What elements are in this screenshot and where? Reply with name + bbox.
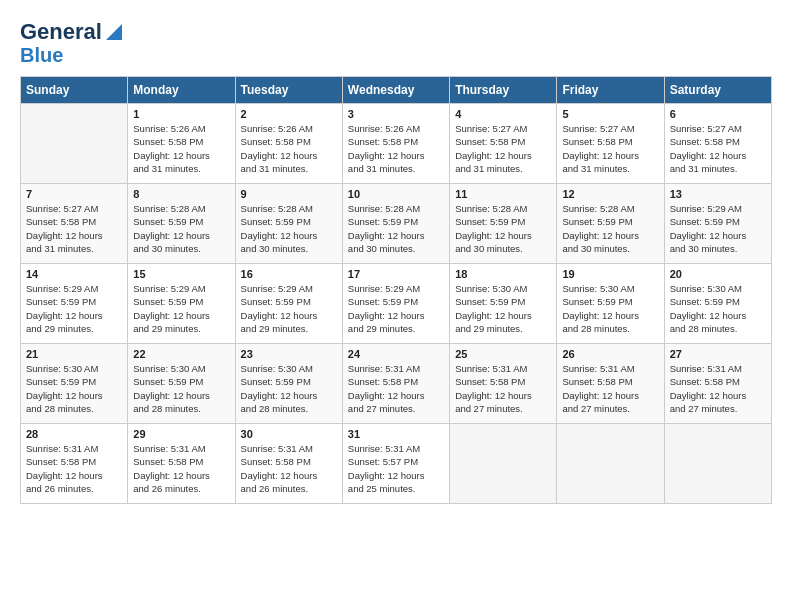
calendar-cell: 29Sunrise: 5:31 AM Sunset: 5:58 PM Dayli… (128, 424, 235, 504)
day-number: 5 (562, 108, 658, 120)
logo: General Blue (20, 20, 124, 66)
day-info: Sunrise: 5:29 AM Sunset: 5:59 PM Dayligh… (348, 282, 444, 335)
calendar-cell: 25Sunrise: 5:31 AM Sunset: 5:58 PM Dayli… (450, 344, 557, 424)
day-info: Sunrise: 5:27 AM Sunset: 5:58 PM Dayligh… (455, 122, 551, 175)
calendar-cell: 13Sunrise: 5:29 AM Sunset: 5:59 PM Dayli… (664, 184, 771, 264)
day-number: 29 (133, 428, 229, 440)
day-number: 11 (455, 188, 551, 200)
calendar-cell: 8Sunrise: 5:28 AM Sunset: 5:59 PM Daylig… (128, 184, 235, 264)
calendar-table: SundayMondayTuesdayWednesdayThursdayFrid… (20, 76, 772, 504)
calendar-cell: 30Sunrise: 5:31 AM Sunset: 5:58 PM Dayli… (235, 424, 342, 504)
day-number: 17 (348, 268, 444, 280)
calendar-cell: 31Sunrise: 5:31 AM Sunset: 5:57 PM Dayli… (342, 424, 449, 504)
day-info: Sunrise: 5:30 AM Sunset: 5:59 PM Dayligh… (670, 282, 766, 335)
calendar-cell: 18Sunrise: 5:30 AM Sunset: 5:59 PM Dayli… (450, 264, 557, 344)
calendar-cell: 5Sunrise: 5:27 AM Sunset: 5:58 PM Daylig… (557, 104, 664, 184)
day-number: 2 (241, 108, 337, 120)
calendar-cell: 1Sunrise: 5:26 AM Sunset: 5:58 PM Daylig… (128, 104, 235, 184)
day-number: 8 (133, 188, 229, 200)
day-info: Sunrise: 5:30 AM Sunset: 5:59 PM Dayligh… (562, 282, 658, 335)
calendar-cell: 12Sunrise: 5:28 AM Sunset: 5:59 PM Dayli… (557, 184, 664, 264)
day-number: 12 (562, 188, 658, 200)
day-number: 26 (562, 348, 658, 360)
day-info: Sunrise: 5:31 AM Sunset: 5:58 PM Dayligh… (562, 362, 658, 415)
day-info: Sunrise: 5:30 AM Sunset: 5:59 PM Dayligh… (26, 362, 122, 415)
day-number: 22 (133, 348, 229, 360)
day-info: Sunrise: 5:30 AM Sunset: 5:59 PM Dayligh… (241, 362, 337, 415)
day-info: Sunrise: 5:31 AM Sunset: 5:58 PM Dayligh… (348, 362, 444, 415)
calendar-cell (664, 424, 771, 504)
calendar-cell: 23Sunrise: 5:30 AM Sunset: 5:59 PM Dayli… (235, 344, 342, 424)
calendar-cell (450, 424, 557, 504)
logo-blue-text: Blue (20, 44, 63, 66)
calendar-cell: 16Sunrise: 5:29 AM Sunset: 5:59 PM Dayli… (235, 264, 342, 344)
day-info: Sunrise: 5:31 AM Sunset: 5:58 PM Dayligh… (455, 362, 551, 415)
calendar-cell: 26Sunrise: 5:31 AM Sunset: 5:58 PM Dayli… (557, 344, 664, 424)
calendar-cell: 22Sunrise: 5:30 AM Sunset: 5:59 PM Dayli… (128, 344, 235, 424)
calendar-cell: 11Sunrise: 5:28 AM Sunset: 5:59 PM Dayli… (450, 184, 557, 264)
calendar-cell: 19Sunrise: 5:30 AM Sunset: 5:59 PM Dayli… (557, 264, 664, 344)
day-info: Sunrise: 5:29 AM Sunset: 5:59 PM Dayligh… (670, 202, 766, 255)
day-header-tuesday: Tuesday (235, 77, 342, 104)
day-info: Sunrise: 5:28 AM Sunset: 5:59 PM Dayligh… (241, 202, 337, 255)
day-header-thursday: Thursday (450, 77, 557, 104)
day-info: Sunrise: 5:27 AM Sunset: 5:58 PM Dayligh… (670, 122, 766, 175)
day-info: Sunrise: 5:29 AM Sunset: 5:59 PM Dayligh… (241, 282, 337, 335)
calendar-cell: 7Sunrise: 5:27 AM Sunset: 5:58 PM Daylig… (21, 184, 128, 264)
day-info: Sunrise: 5:28 AM Sunset: 5:59 PM Dayligh… (348, 202, 444, 255)
day-info: Sunrise: 5:31 AM Sunset: 5:57 PM Dayligh… (348, 442, 444, 495)
calendar-cell: 17Sunrise: 5:29 AM Sunset: 5:59 PM Dayli… (342, 264, 449, 344)
calendar-cell: 6Sunrise: 5:27 AM Sunset: 5:58 PM Daylig… (664, 104, 771, 184)
calendar-cell: 2Sunrise: 5:26 AM Sunset: 5:58 PM Daylig… (235, 104, 342, 184)
day-header-friday: Friday (557, 77, 664, 104)
calendar-cell (21, 104, 128, 184)
day-number: 14 (26, 268, 122, 280)
calendar-header-row: SundayMondayTuesdayWednesdayThursdayFrid… (21, 77, 772, 104)
day-number: 4 (455, 108, 551, 120)
day-info: Sunrise: 5:28 AM Sunset: 5:59 PM Dayligh… (133, 202, 229, 255)
calendar-cell: 14Sunrise: 5:29 AM Sunset: 5:59 PM Dayli… (21, 264, 128, 344)
day-header-wednesday: Wednesday (342, 77, 449, 104)
day-number: 10 (348, 188, 444, 200)
svg-marker-0 (106, 24, 122, 40)
day-number: 18 (455, 268, 551, 280)
day-info: Sunrise: 5:26 AM Sunset: 5:58 PM Dayligh… (133, 122, 229, 175)
calendar-cell: 20Sunrise: 5:30 AM Sunset: 5:59 PM Dayli… (664, 264, 771, 344)
day-info: Sunrise: 5:27 AM Sunset: 5:58 PM Dayligh… (26, 202, 122, 255)
calendar-week-row: 14Sunrise: 5:29 AM Sunset: 5:59 PM Dayli… (21, 264, 772, 344)
day-info: Sunrise: 5:31 AM Sunset: 5:58 PM Dayligh… (133, 442, 229, 495)
day-info: Sunrise: 5:31 AM Sunset: 5:58 PM Dayligh… (241, 442, 337, 495)
day-header-monday: Monday (128, 77, 235, 104)
calendar-cell: 27Sunrise: 5:31 AM Sunset: 5:58 PM Dayli… (664, 344, 771, 424)
day-info: Sunrise: 5:30 AM Sunset: 5:59 PM Dayligh… (133, 362, 229, 415)
day-header-sunday: Sunday (21, 77, 128, 104)
day-number: 24 (348, 348, 444, 360)
page-header: General Blue (20, 20, 772, 66)
day-number: 31 (348, 428, 444, 440)
day-number: 20 (670, 268, 766, 280)
calendar-cell (557, 424, 664, 504)
day-number: 16 (241, 268, 337, 280)
calendar-week-row: 21Sunrise: 5:30 AM Sunset: 5:59 PM Dayli… (21, 344, 772, 424)
day-number: 6 (670, 108, 766, 120)
day-number: 28 (26, 428, 122, 440)
day-number: 19 (562, 268, 658, 280)
day-info: Sunrise: 5:29 AM Sunset: 5:59 PM Dayligh… (26, 282, 122, 335)
day-number: 3 (348, 108, 444, 120)
day-number: 23 (241, 348, 337, 360)
day-number: 1 (133, 108, 229, 120)
day-info: Sunrise: 5:26 AM Sunset: 5:58 PM Dayligh… (241, 122, 337, 175)
calendar-week-row: 1Sunrise: 5:26 AM Sunset: 5:58 PM Daylig… (21, 104, 772, 184)
day-number: 30 (241, 428, 337, 440)
calendar-cell: 4Sunrise: 5:27 AM Sunset: 5:58 PM Daylig… (450, 104, 557, 184)
calendar-cell: 10Sunrise: 5:28 AM Sunset: 5:59 PM Dayli… (342, 184, 449, 264)
day-info: Sunrise: 5:28 AM Sunset: 5:59 PM Dayligh… (455, 202, 551, 255)
calendar-cell: 3Sunrise: 5:26 AM Sunset: 5:58 PM Daylig… (342, 104, 449, 184)
day-number: 13 (670, 188, 766, 200)
day-number: 9 (241, 188, 337, 200)
day-info: Sunrise: 5:28 AM Sunset: 5:59 PM Dayligh… (562, 202, 658, 255)
logo-text: General (20, 20, 102, 44)
day-info: Sunrise: 5:26 AM Sunset: 5:58 PM Dayligh… (348, 122, 444, 175)
day-info: Sunrise: 5:27 AM Sunset: 5:58 PM Dayligh… (562, 122, 658, 175)
calendar-week-row: 28Sunrise: 5:31 AM Sunset: 5:58 PM Dayli… (21, 424, 772, 504)
